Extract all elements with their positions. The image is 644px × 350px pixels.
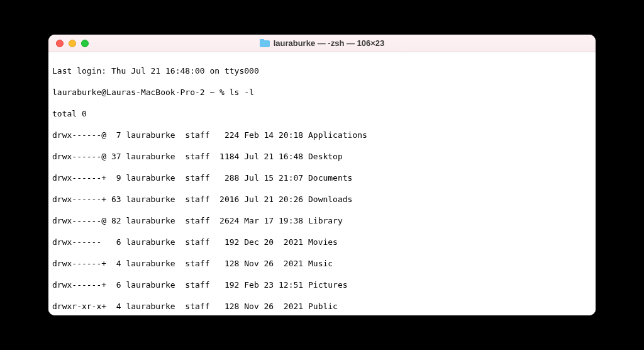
terminal-line: drwx------+ 9 lauraburke staff 288 Jul 1… xyxy=(52,172,592,183)
window-title: lauraburke — -zsh — 106×23 xyxy=(274,38,385,48)
window-title-wrap: lauraburke — -zsh — 106×23 xyxy=(48,38,596,48)
terminal-line: drwx------+ 63 lauraburke staff 2016 Jul… xyxy=(52,194,592,205)
close-icon[interactable] xyxy=(56,40,64,47)
terminal-line: drwx------@ 7 lauraburke staff 224 Feb 1… xyxy=(52,130,592,140)
terminal-body[interactable]: Last login: Thu Jul 21 16:48:00 on ttys0… xyxy=(48,52,596,315)
terminal-line: lauraburke@Lauras-MacBook-Pro-2 ~ % ls -… xyxy=(52,87,592,98)
titlebar[interactable]: lauraburke — -zsh — 106×23 xyxy=(48,35,596,52)
terminal-window: lauraburke — -zsh — 106×23 Last login: T… xyxy=(48,35,596,315)
terminal-line: total 0 xyxy=(52,108,592,119)
folder-icon xyxy=(260,39,270,47)
terminal-line: drwx------ 6 lauraburke staff 192 Dec 20… xyxy=(52,237,592,247)
terminal-line: drwx------+ 6 lauraburke staff 192 Feb 2… xyxy=(52,279,592,290)
terminal-line: Last login: Thu Jul 21 16:48:00 on ttys0… xyxy=(52,65,592,76)
maximize-icon[interactable] xyxy=(81,40,89,47)
terminal-line: drwx------+ 4 lauraburke staff 128 Nov 2… xyxy=(52,258,592,269)
terminal-line: drwx------@ 37 lauraburke staff 1184 Jul… xyxy=(52,151,592,162)
traffic-lights xyxy=(48,40,89,47)
minimize-icon[interactable] xyxy=(69,40,76,47)
terminal-line: drwxr-xr-x+ 4 lauraburke staff 128 Nov 2… xyxy=(52,301,592,312)
terminal-line: drwx------@ 82 lauraburke staff 2624 Mar… xyxy=(52,215,592,226)
